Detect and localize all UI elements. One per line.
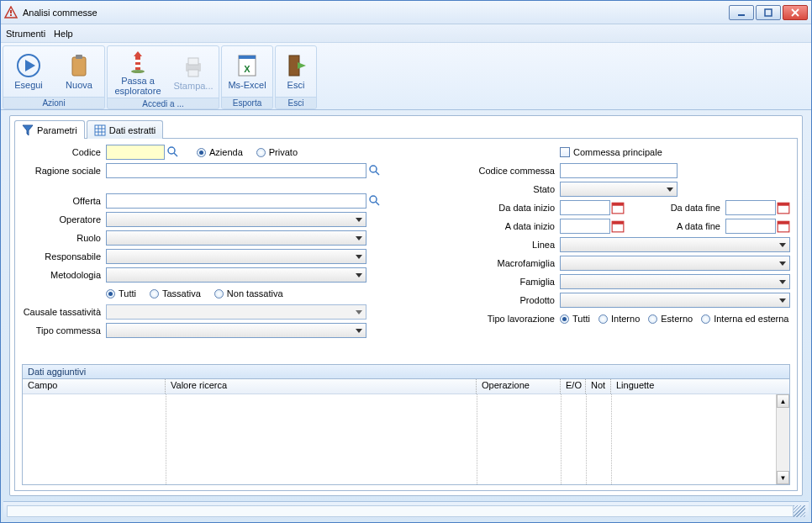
svg-rect-44 <box>778 221 789 224</box>
ribbon-group-esci-label: Esci <box>276 97 316 108</box>
ragione-sociale-label: Ragione sociale <box>22 166 106 176</box>
calendar-icon[interactable] <box>611 201 625 214</box>
linea-combo[interactable] <box>560 237 790 252</box>
metodologia-combo[interactable] <box>106 267 366 283</box>
da-data-inizio-input[interactable] <box>560 200 610 215</box>
maximize-button[interactable] <box>756 5 781 20</box>
col-eo[interactable]: E/O <box>561 379 586 394</box>
ribbon: Esegui Nuova Azioni Passa a esploratore … <box>1 43 811 110</box>
window: Analisi commesse Strumenti Help Esegui N… <box>0 0 812 523</box>
ruolo-combo[interactable] <box>106 230 366 246</box>
app-icon <box>4 6 18 19</box>
svg-rect-1 <box>10 10 12 13</box>
svg-text:X: X <box>244 64 250 74</box>
svg-point-15 <box>131 70 145 73</box>
funnel-icon <box>22 124 34 136</box>
radio-privato[interactable]: Privato <box>256 147 298 157</box>
a-data-fine-input[interactable] <box>725 219 776 234</box>
scroll-down-icon[interactable]: ▼ <box>777 471 789 484</box>
famiglia-combo[interactable] <box>560 274 790 289</box>
operatore-label: Operatore <box>22 214 106 225</box>
svg-rect-12 <box>135 60 140 62</box>
a-data-fine-label: A data fine <box>658 221 725 231</box>
causale-tassativita-label: Causale tassatività <box>22 307 106 317</box>
codice-commessa-input[interactable] <box>560 163 678 178</box>
col-campo[interactable]: Campo <box>23 379 166 394</box>
menubar: Strumenti Help <box>1 24 811 43</box>
operatore-combo[interactable] <box>106 212 366 227</box>
calendar-icon[interactable] <box>777 219 790 233</box>
grid-scrollbar[interactable]: ▲ ▼ <box>776 394 789 484</box>
svg-point-31 <box>168 147 175 154</box>
excel-button[interactable]: X Ms-Excel <box>222 46 272 97</box>
codice-search-icon[interactable] <box>166 145 180 159</box>
commessa-principale-check[interactable]: Commessa principale <box>560 147 662 157</box>
minimize-button[interactable] <box>729 5 754 20</box>
svg-marker-25 <box>23 125 33 135</box>
codice-label: Codice <box>22 147 106 157</box>
content: Parametri Dati estratti Codice Azienda <box>9 115 803 496</box>
svg-line-32 <box>174 153 177 156</box>
ribbon-group-esporta: X Ms-Excel Esporta <box>221 45 273 109</box>
svg-marker-24 <box>298 62 306 69</box>
grid-dati-aggiuntivi: Dati aggiuntivi Campo Valore ricerca Ope… <box>22 364 790 485</box>
offerta-input[interactable] <box>106 193 366 209</box>
svg-rect-11 <box>135 56 140 70</box>
radio-lavorazione-interna-esterna[interactable]: Interna ed esterna <box>701 314 788 324</box>
offerta-search-icon[interactable] <box>368 194 382 208</box>
titlebar: Analisi commesse <box>1 1 811 24</box>
radio-tassativa[interactable]: Tassativa <box>150 288 201 298</box>
prodotto-combo[interactable] <box>560 293 790 308</box>
col-not[interactable]: Not <box>586 379 611 394</box>
stato-combo[interactable] <box>560 182 678 197</box>
menu-help[interactable]: Help <box>54 29 73 39</box>
ribbon-group-azioni: Esegui Nuova Azioni <box>3 45 105 109</box>
grid-title: Dati aggiuntivi <box>23 365 789 379</box>
ribbon-group-accedi-label: Accedi a ... <box>108 98 219 109</box>
menu-strumenti[interactable]: Strumenti <box>6 29 45 39</box>
macrofamiglia-combo[interactable] <box>560 256 790 271</box>
ribbon-group-esporta-label: Esporta <box>222 97 272 108</box>
radio-lavorazione-esterno[interactable]: Esterno <box>648 314 693 324</box>
tab-dati-estratti[interactable]: Dati estratti <box>87 120 164 139</box>
grid-body[interactable]: ▲ ▼ <box>23 394 789 484</box>
resize-grip-icon[interactable] <box>794 505 805 517</box>
a-data-inizio-label: A data inizio <box>459 221 560 231</box>
responsabile-combo[interactable] <box>106 249 366 264</box>
ragione-sociale-search-icon[interactable] <box>368 164 382 177</box>
tab-panel-parametri: Codice Azienda Privato Ragione sociale <box>14 138 798 491</box>
a-data-inizio-input[interactable] <box>560 219 610 234</box>
svg-rect-3 <box>738 14 745 16</box>
esci-button[interactable]: Esci <box>276 46 316 97</box>
svg-rect-38 <box>612 203 624 205</box>
radio-azienda[interactable]: Azienda <box>197 147 243 157</box>
close-button[interactable] <box>783 5 808 20</box>
col-valore[interactable]: Valore ricerca <box>166 379 477 394</box>
responsabile-label: Responsabile <box>22 251 106 262</box>
scroll-up-icon[interactable]: ▲ <box>777 394 789 408</box>
radio-non-tassativa[interactable]: Non tassativa <box>214 288 283 298</box>
tipo-commessa-combo[interactable] <box>106 323 366 338</box>
clipboard-icon <box>66 52 92 79</box>
exit-icon <box>282 52 309 79</box>
col-linguette[interactable]: Linguette <box>611 379 789 394</box>
col-operazione[interactable]: Operazione <box>477 379 561 394</box>
radio-lavorazione-tutti[interactable]: Tutti <box>560 314 590 324</box>
esegui-button[interactable]: Esegui <box>3 46 54 97</box>
codice-input[interactable] <box>106 145 165 160</box>
famiglia-label: Famiglia <box>459 277 560 287</box>
calendar-icon[interactable] <box>777 201 790 214</box>
linea-label: Linea <box>459 240 560 250</box>
codice-commessa-label: Codice commessa <box>459 166 560 176</box>
nuova-button[interactable]: Nuova <box>54 46 104 97</box>
passa-esploratore-button[interactable]: Passa a esploratore <box>108 46 168 98</box>
ragione-sociale-input[interactable] <box>106 163 366 178</box>
radio-lavorazione-interno[interactable]: Interno <box>598 314 640 324</box>
svg-rect-10 <box>76 55 82 59</box>
grid-header: Campo Valore ricerca Operazione E/O Not … <box>23 379 789 394</box>
svg-rect-17 <box>188 58 198 65</box>
calendar-icon[interactable] <box>611 219 625 233</box>
tab-parametri[interactable]: Parametri <box>14 120 85 139</box>
radio-tutti-tassativa[interactable]: Tutti <box>106 288 136 298</box>
da-data-fine-input[interactable] <box>725 200 776 215</box>
